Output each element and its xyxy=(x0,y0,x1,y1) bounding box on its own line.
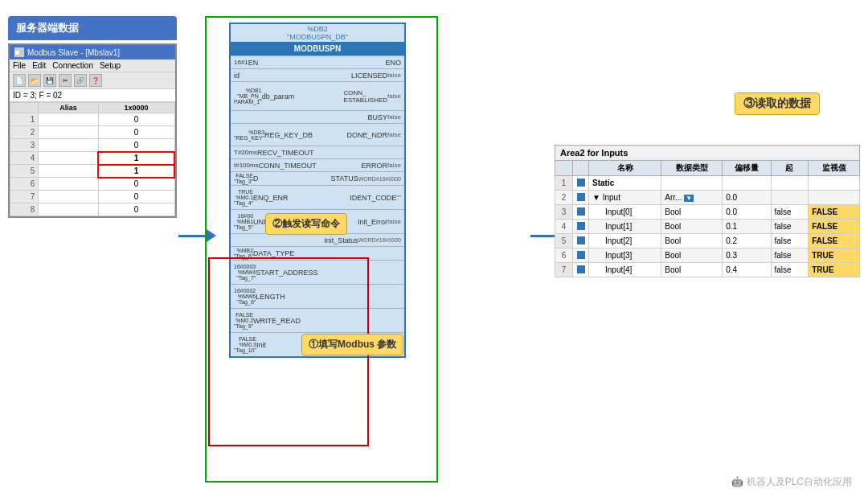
slave-row-value: 0 xyxy=(98,203,174,216)
area2-row-type: Arr... ▼ xyxy=(661,191,723,205)
toolbar-btn-4[interactable]: ✂ xyxy=(59,74,72,87)
toolbar-btn-3[interactable]: 💾 xyxy=(43,74,56,87)
fb-right-ident: "" xyxy=(396,194,401,201)
toolbar-btn-1[interactable]: 📄 xyxy=(13,74,26,87)
area2-row: 2▼ InputArr... ▼0.0 xyxy=(555,191,860,205)
fb-left-d: FALSE"Tag_3" xyxy=(234,173,253,184)
area2-col-offset: 偏移量 xyxy=(723,161,771,176)
slave-row-num: 2 xyxy=(10,126,39,139)
col-num xyxy=(10,103,39,113)
area2-col-num xyxy=(555,161,573,176)
slave-row-value: 0 xyxy=(98,139,174,152)
fb-port-ident: IDENT_CODE xyxy=(350,194,396,202)
area2-row: 1Static xyxy=(555,176,860,191)
area2-row-value xyxy=(809,176,860,191)
area2-header-row: 名称 数据类型 偏移量 起 监视值 xyxy=(555,161,860,176)
fb-right-licensed: false xyxy=(387,72,401,79)
fb-right-error: false xyxy=(387,162,401,169)
slave-row-num: 3 xyxy=(10,139,39,152)
fb-row-recv: T#20ms RECV_TIMEOUT xyxy=(231,146,404,158)
slave-row-value: 0 xyxy=(98,191,174,203)
callout-3-bubble: ③读取的数据 xyxy=(735,92,820,115)
fb-row-status: FALSE"Tag_3" D STATUS WORD#16#0000 xyxy=(231,171,404,185)
fb-right-done-ndr: false xyxy=(387,131,401,138)
fb-port-db-param: db_param xyxy=(262,92,295,101)
fb-port-datatype: DATA_TYPE xyxy=(253,249,294,257)
modbus-slave-window: ■ Modbus Slave - [Mbslav1] File Edit Con… xyxy=(8,43,177,218)
slave-row-num: 4 xyxy=(10,152,39,165)
area2-row-name: Input[1] xyxy=(589,220,661,234)
slave-row-num: 7 xyxy=(10,191,39,203)
area2-col-type: 数据类型 xyxy=(661,161,723,176)
slave-row-alias xyxy=(39,152,98,165)
area2-row-type: Bool xyxy=(661,220,723,234)
menu-setup[interactable]: Setup xyxy=(100,61,121,70)
plc-diagram: %DB2 "MODBUSPN_DB" MODBUSPN 16#1 EN ENO … xyxy=(205,8,526,487)
fb-name: MODBUSPN xyxy=(231,42,404,55)
toolbar-btn-6[interactable]: ❓ xyxy=(89,74,102,87)
callout-1: ①填写Modbus 参数 xyxy=(301,334,403,355)
left-panel: 服务器端数据 ■ Modbus Slave - [Mbslav1] File E… xyxy=(8,16,177,218)
slave-row-alias xyxy=(39,165,98,178)
area2-col-icon xyxy=(573,161,589,176)
fb-left-enq: TRUE%M0.1"Tag_4" xyxy=(234,189,253,206)
slave-table: Alias 1x0000 1020304151607080 xyxy=(10,102,175,216)
fb-port-regkey: REG_KEY_DB xyxy=(264,131,313,139)
fb-row-enq: TRUE%M0.1"Tag_4" ENQ_ENR IDENT_CODE "" xyxy=(231,185,404,209)
col-alias: Alias xyxy=(39,103,98,113)
area2-row-icon xyxy=(573,191,589,205)
fb-port-busy-label: BUSY xyxy=(368,113,388,121)
area2-row-value: FALSE xyxy=(809,234,860,249)
fb-left-init: FALSE%M0.3"Tag_10" xyxy=(234,336,256,353)
area2-row-name: Static xyxy=(589,176,661,191)
fb-row-conn-timeout: t#100ms CONN_TIMEOUT ERROR false xyxy=(231,158,404,171)
area2-row-type: Bool xyxy=(661,205,723,220)
slave-row-alias xyxy=(39,203,98,216)
area2-row-num: 2 xyxy=(555,191,573,205)
area2-row-num: 4 xyxy=(555,220,573,234)
area2-row-offset: 0.1 xyxy=(723,220,771,234)
fb-row-datatype: %MB2"Tag_6" DATA_TYPE xyxy=(231,246,404,260)
slave-row-alias xyxy=(39,178,98,191)
fb-left-recv: T#20ms xyxy=(234,149,257,156)
fb-right-busy: false xyxy=(387,113,401,121)
area2-col-start: 起 xyxy=(771,161,809,176)
menu-connection[interactable]: Connection xyxy=(52,61,93,70)
area2-row-name: Input[4] xyxy=(589,263,661,277)
menu-edit[interactable]: Edit xyxy=(32,61,46,70)
area2-col-name: 名称 xyxy=(589,161,661,176)
menu-file[interactable]: File xyxy=(13,61,26,70)
area2-col-value: 监视值 xyxy=(809,161,860,176)
area2-row-start: false xyxy=(771,220,809,234)
fb-port-write-read: WRITE_READ xyxy=(253,317,301,325)
fb-right-init-error: false xyxy=(387,218,401,225)
menu-bar[interactable]: File Edit Connection Setup xyxy=(10,60,175,72)
slave-row-alias xyxy=(39,113,98,126)
toolbar-btn-5[interactable]: 🔗 xyxy=(74,74,87,87)
col-value: 1x0000 xyxy=(98,103,174,113)
area2-title: Area2 for Inputs xyxy=(555,145,860,160)
area2-row-value: TRUE xyxy=(809,249,860,263)
area2-row-name: Input[3] xyxy=(589,249,661,263)
slave-row-num: 1 xyxy=(10,113,39,126)
slave-row-num: 8 xyxy=(10,203,39,216)
slave-row-num: 5 xyxy=(10,165,39,178)
area2-row: 6Input[3]Bool0.3falseTRUE xyxy=(555,249,860,263)
area2-row-value: TRUE xyxy=(809,263,860,277)
modbus-window-title: Modbus Slave - [Mbslav1] xyxy=(27,48,120,57)
fb-row-init-status: Init_Status WORD#16#0000 xyxy=(231,233,404,246)
fb-left-start-addr: 16#0003%MW4"Tag_7" xyxy=(234,264,256,281)
area2-row-type xyxy=(661,176,723,191)
fb-port-id: id xyxy=(234,72,240,80)
fb-row-id: id LICENSED false xyxy=(231,68,404,81)
toolbar-btn-2[interactable]: 📂 xyxy=(28,74,41,87)
area2-row-start xyxy=(771,176,809,191)
fb-port-recv: RECV_TIMEOUT xyxy=(257,149,314,157)
fb-left-en: 16#1 xyxy=(234,59,248,66)
fb-row-write-read: FALSE%M0.2"Tag_9" WRITE_READ xyxy=(231,308,404,332)
area2-row-offset: 0.0 xyxy=(723,205,771,220)
area2-row-start: false xyxy=(771,249,809,263)
fb-port-status: STATUS xyxy=(331,175,358,183)
fb-port-enq: ENQ_ENR xyxy=(253,194,289,202)
slave-row-value: 0 xyxy=(98,126,174,139)
